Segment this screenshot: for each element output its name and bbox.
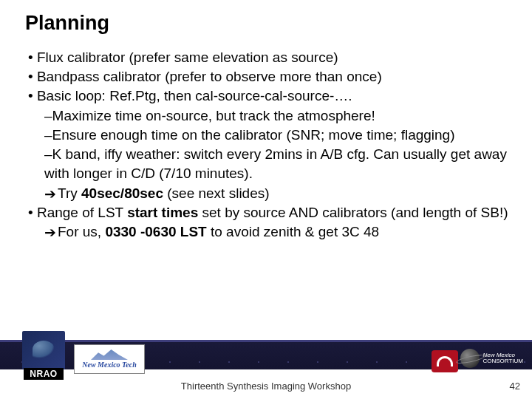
globe-icon [460,349,480,368]
consortium-text: New Mexico CONSORTIUM [482,352,523,364]
logo-nrao: NRAO [22,331,65,380]
bullet-lst: Range of LST start times set by source A… [28,203,510,222]
lst-range-pre: For us, [58,224,105,239]
bullet-loop: Basic loop: Ref.Ptg, then cal-source-cal… [28,86,510,106]
nmt-icon: New Mexico Tech [74,344,145,374]
nrao-label: NRAO [24,368,63,380]
lst-bold: start times [127,205,198,220]
sub-try-post: (see next slides) [163,185,270,201]
sub-kband-text: K band, iffy weather: switch every 2mins… [44,146,507,181]
sub-try-bold: 40sec/80sec [81,185,163,201]
sub-maximize-text: Maximize time on-source, but track the a… [52,108,375,123]
bullet-bandpass: Bandpass calibrator (prefer to observe m… [28,67,510,86]
sub-lst-range: ➔For us, 0330 -0630 LST to avoid zenith … [28,222,510,242]
sub-snr: Ensure enough time on the calibrator (SN… [28,126,510,145]
sub-snr-text: Ensure enough time on the calibrator (SN… [52,127,455,143]
page-number: 42 [510,381,520,392]
sub-kband: K band, iffy weather: switch every 2mins… [28,145,510,183]
lst-pre: Range of LST [37,205,127,220]
sub-maximize: Maximize time on-source, but track the a… [28,106,510,126]
arrow-icon: ➔ [44,223,56,242]
footer-caption: Thirteenth Synthesis Imaging Workshop [0,381,532,392]
bullet-flux: Flux calibrator (prefer same elevation a… [28,48,510,67]
lst-range-bold: 0330 -0630 LST [105,224,206,239]
lst-range-post: to avoid zenith & get 3C 48 [207,224,379,239]
sub-try-pre: Try [58,185,81,201]
slide: Planning Flux calibrator (prefer same el… [0,0,532,399]
lst-post: set by source AND calibrators (and lengt… [198,205,508,220]
logo-nm-consortium: New Mexico CONSORTIUM [460,349,523,368]
sub-try: ➔Try 40sec/80sec (see next slides) [28,184,510,203]
slide-body: Flux calibrator (prefer same elevation a… [0,35,532,242]
arrow-icon: ➔ [44,185,56,204]
nmt-text: New Mexico Tech [82,361,137,369]
slide-title: Planning [0,0,532,35]
unm-icon [432,350,458,372]
logo-nmt: New Mexico Tech [74,344,145,374]
nrao-icon [22,331,65,369]
logo-unm [432,350,458,372]
